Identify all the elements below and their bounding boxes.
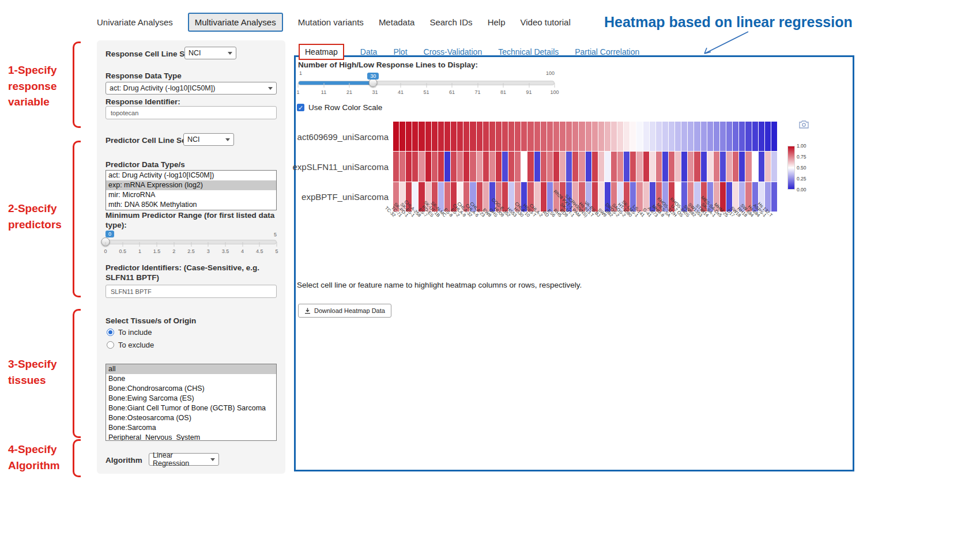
heatmap-cell[interactable] — [771, 182, 777, 212]
heatmap-cell[interactable] — [617, 122, 623, 151]
heatmap-cell[interactable] — [650, 122, 655, 151]
heatmap-cell[interactable] — [515, 122, 521, 151]
heatmap-cell[interactable] — [489, 122, 495, 151]
heatmap-cell[interactable] — [521, 122, 527, 151]
heatmap-cell[interactable] — [470, 122, 476, 151]
heatmap-cell[interactable] — [419, 122, 424, 151]
tab-plot[interactable]: Plot — [393, 47, 407, 56]
heatmap-cell[interactable] — [393, 122, 399, 151]
heatmap-cell[interactable] — [463, 122, 469, 151]
heatmap-cell[interactable] — [669, 122, 674, 151]
heatmap-cell[interactable] — [656, 122, 662, 151]
heatmap-cell[interactable] — [688, 122, 693, 151]
predictor-data-type-list[interactable]: act: Drug Activity (-log10[IC50M])exp: m… — [105, 170, 277, 210]
heatmap-cell[interactable] — [432, 122, 438, 151]
heatmap-cell[interactable] — [611, 122, 617, 151]
heatmap-cell[interactable] — [508, 122, 514, 151]
heatmap-cell[interactable] — [720, 122, 726, 151]
heatmap-cell[interactable] — [765, 152, 771, 181]
heatmap-cell[interactable] — [598, 122, 604, 151]
list-option-bone[interactable]: Bone — [106, 374, 276, 384]
nav-item-help[interactable]: Help — [488, 17, 506, 27]
heatmap-cell[interactable] — [399, 122, 405, 151]
lines-slider[interactable]: 1 100 30 1112131415161718191100 — [298, 70, 555, 96]
list-option-bone-ewing-sarcoma-es[interactable]: Bone:Ewing Sarcoma (ES) — [106, 394, 276, 403]
heatmap-cell[interactable] — [496, 122, 502, 151]
response-identifier-input[interactable] — [105, 106, 277, 119]
list-option-bone-chondrosarcoma-chs[interactable]: Bone:Chondrosarcoma (CHS) — [106, 384, 276, 394]
heatmap-cell[interactable] — [592, 122, 598, 151]
nav-item-mutation-variants[interactable]: Mutation variants — [298, 17, 364, 27]
heatmap-cell[interactable] — [745, 152, 751, 181]
heatmap-cell[interactable] — [636, 122, 642, 151]
heatmap-cell[interactable] — [534, 122, 540, 151]
list-option-peripheral-nervous-system[interactable]: Peripheral_Nervous_System — [106, 433, 276, 441]
tab-cross-validation[interactable]: Cross-Validation — [424, 47, 483, 56]
heatmap-cell[interactable] — [739, 152, 745, 181]
list-option-bone-giant-cell-tumor-of-bone-gctb-sarcoma[interactable]: Bone:Giant Cell Tumor of Bone (GCTB) Sar… — [106, 403, 276, 413]
row-color-scale-row[interactable]: Use Row Color Scale — [297, 103, 382, 112]
heatmap-cell[interactable] — [451, 122, 457, 151]
heatmap-cell[interactable] — [547, 122, 553, 151]
heatmap-cell[interactable] — [759, 122, 764, 151]
heatmap-cell[interactable] — [726, 122, 732, 151]
heatmap-cell[interactable] — [714, 122, 719, 151]
heatmap-cell[interactable] — [406, 122, 412, 151]
nav-item-multivariate-analyses[interactable]: Multivariate Analyses — [188, 13, 283, 32]
heatmap-cell[interactable] — [553, 122, 559, 151]
heatmap-cell[interactable] — [605, 122, 610, 151]
heatmap-cell[interactable] — [643, 122, 649, 151]
camera-icon[interactable] — [799, 120, 809, 129]
heatmap-cell[interactable] — [572, 122, 578, 151]
tab-data[interactable]: Data — [360, 47, 378, 56]
nav-item-univariate-analyses[interactable]: Univariate Analyses — [97, 17, 173, 27]
predictor-identifiers-input[interactable] — [105, 285, 277, 298]
tab-heatmap[interactable]: Heatmap — [299, 44, 344, 60]
heatmap-cell[interactable] — [444, 122, 450, 151]
heatmap-cell[interactable] — [662, 122, 668, 151]
list-option-all[interactable]: all — [106, 364, 276, 374]
heatmap-row-label-expslfn11-unisarcoma[interactable]: expSLFN11_uniSarcoma — [293, 162, 389, 172]
heatmap-cell[interactable] — [759, 152, 764, 181]
tab-partial-correlation[interactable]: Partial Correlation — [575, 47, 639, 56]
heatmap-cell[interactable] — [733, 122, 738, 151]
heatmap-cell[interactable] — [560, 122, 566, 151]
tab-technical-details[interactable]: Technical Details — [498, 47, 559, 56]
heatmap-cell[interactable] — [771, 152, 777, 181]
list-option-mth-dna-850k-methylation[interactable]: mth: DNA 850K Methylation — [106, 200, 276, 210]
heatmap-cell[interactable] — [771, 122, 777, 151]
algorithm-select[interactable]: Linear Regression — [149, 453, 219, 466]
tissue-list[interactable]: allBoneBone:Chondrosarcoma (CHS)Bone:Ewi… — [105, 364, 277, 441]
response-data-type-select[interactable]: act: Drug Activity (-log10[IC50M]) — [105, 82, 277, 95]
nav-item-video-tutorial[interactable]: Video tutorial — [520, 17, 570, 27]
tissue-radio-1[interactable]: To exclude — [107, 341, 154, 349]
response-cell-line-set-select[interactable]: NCI — [184, 47, 236, 59]
radio-exclude-icon[interactable] — [107, 341, 114, 349]
heatmap-row-label-act609699-unisarcoma[interactable]: act609699_uniSarcoma — [297, 132, 389, 142]
heatmap-cell[interactable] — [765, 122, 771, 151]
lines-slider-handle[interactable] — [369, 78, 378, 87]
heatmap-cell[interactable] — [425, 122, 431, 151]
heatmap-cell[interactable] — [707, 122, 713, 151]
checkbox-icon[interactable] — [297, 104, 304, 111]
list-option-act-drug-activity-log10-ic50m[interactable]: act: Drug Activity (-log10[IC50M]) — [106, 171, 276, 180]
nav-item-metadata[interactable]: Metadata — [379, 17, 415, 27]
heatmap-cell[interactable] — [483, 122, 489, 151]
heatmap-cell[interactable] — [586, 122, 591, 151]
heatmap-cell[interactable] — [745, 122, 751, 151]
list-option-bone-osteosarcoma-os[interactable]: Bone:Osteosarcoma (OS) — [106, 413, 276, 423]
heatmap-cell[interactable] — [752, 152, 758, 181]
heatmap-cell[interactable] — [477, 122, 483, 151]
heatmap-cell[interactable] — [541, 122, 546, 151]
heatmap-cell[interactable] — [579, 122, 585, 151]
predictor-cell-line-set-select[interactable]: NCI — [183, 133, 234, 146]
heatmap-cell[interactable] — [694, 122, 700, 151]
radio-include-icon[interactable] — [107, 329, 114, 336]
list-option-mir-microrna[interactable]: mir: MicroRNA — [106, 190, 276, 200]
heatmap-cell[interactable] — [502, 122, 508, 151]
nav-item-search-ids[interactable]: Search IDs — [429, 17, 472, 27]
download-heatmap-button[interactable]: Download Heatmap Data — [298, 304, 391, 318]
heatmap-cell[interactable] — [681, 122, 687, 151]
heatmap-cell[interactable] — [457, 122, 463, 151]
heatmap-cell[interactable] — [739, 122, 745, 151]
